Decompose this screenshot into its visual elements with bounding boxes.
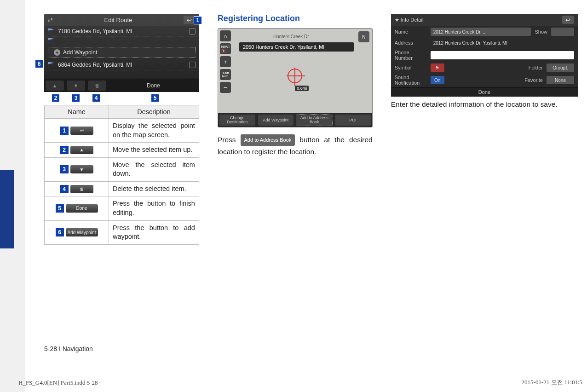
target-icon bbox=[288, 69, 302, 83]
col3-body: Enter the detailed information of the lo… bbox=[391, 98, 578, 110]
phone-label: Phone Number bbox=[395, 50, 427, 61]
callout-2: 2 bbox=[52, 94, 60, 102]
map-left-icons: ⌂ NAVI🔇 + 300ftAuto − bbox=[220, 30, 231, 93]
move-up-button[interactable]: ▲ bbox=[46, 81, 64, 91]
info-done-button[interactable]: Done bbox=[391, 87, 578, 97]
info-row-sound: Sound Notification On Favorite None bbox=[391, 73, 578, 87]
info-row-phone: Phone Number bbox=[391, 48, 578, 62]
distance-badge: 0.6mi bbox=[295, 86, 309, 91]
info-row-symbol: Symbol ⚑ Folder Group1 bbox=[391, 62, 578, 73]
add-waypoint-label: Add Waypoint bbox=[63, 49, 97, 56]
section-tab bbox=[0, 170, 14, 248]
callout-number: 1 bbox=[60, 127, 69, 135]
callout-4: 4 bbox=[92, 94, 100, 102]
zoom-out-icon[interactable]: − bbox=[220, 82, 231, 93]
ref-button: 🗑 bbox=[70, 185, 93, 193]
heading-registering-location: Registering Location bbox=[218, 14, 373, 23]
route-row-3-text: 6864 Geddes Rd, Ypsilanti, MI bbox=[58, 62, 132, 68]
favorite-label: Favorite bbox=[524, 77, 543, 83]
address-value: 2012 Hunters Creek Dr, Ypsilanti, MI bbox=[431, 39, 574, 47]
table-cell-desc: Press the button to finish editing. bbox=[109, 196, 199, 220]
name-label: Name bbox=[395, 29, 427, 35]
compass-icon[interactable]: N bbox=[358, 31, 369, 42]
zoom-in-icon[interactable]: + bbox=[220, 56, 231, 67]
table-cell-name: 1↩ bbox=[45, 119, 109, 143]
sound-toggle[interactable]: On bbox=[431, 76, 444, 84]
ref-button: ↩ bbox=[70, 127, 93, 135]
callout-1: 1 bbox=[194, 16, 202, 24]
favorite-value[interactable]: None bbox=[547, 76, 574, 84]
table-row: 4🗑Delete the selected item. bbox=[45, 181, 199, 196]
move-down-button[interactable]: ▼ bbox=[67, 81, 85, 91]
edit-route-title: Edit Route bbox=[104, 17, 132, 23]
inline-button-add-to-address-book: Add to Address Book bbox=[241, 134, 295, 146]
map-preview-icon[interactable] bbox=[189, 28, 196, 35]
callout-number: 3 bbox=[60, 165, 69, 173]
edit-route-toolbar: ▲ ▼ 🗑 Done bbox=[44, 79, 199, 92]
add-to-address-book-button[interactable]: Add to Address Book bbox=[296, 115, 332, 126]
change-destination-button[interactable]: Change Destination bbox=[219, 115, 255, 126]
back-button[interactable]: ↩ bbox=[562, 16, 574, 24]
add-waypoint-row[interactable]: + Add Waypoint bbox=[48, 47, 196, 58]
table-cell-desc: Move the selected item down. bbox=[109, 157, 199, 181]
symbol-button[interactable]: ⚑ bbox=[431, 63, 444, 72]
reference-table: Name Description 1↩Display the selected … bbox=[44, 105, 199, 245]
info-row-address: Address 2012 Hunters Creek Dr, Ypsilanti… bbox=[391, 37, 578, 48]
done-button[interactable]: Done bbox=[108, 82, 199, 89]
delete-button[interactable]: 🗑 bbox=[88, 81, 106, 91]
info-detail-titlebar: ★ Info Detail ↩ bbox=[391, 14, 578, 26]
plus-icon: + bbox=[54, 49, 60, 56]
callout-number: 6 bbox=[56, 228, 64, 236]
col2-body: Press Add to Address Book button at the … bbox=[218, 134, 373, 158]
ref-button: Add Waypoint bbox=[66, 228, 98, 236]
folder-value[interactable]: Group1 bbox=[547, 63, 574, 72]
th-desc: Description bbox=[109, 105, 199, 119]
flag-icon bbox=[48, 38, 54, 44]
road-label: Hunters Creek Dr bbox=[273, 34, 309, 39]
page-footer: 5-28 I Navigation bbox=[44, 345, 93, 352]
map-preview-icon[interactable] bbox=[189, 62, 196, 68]
navi-icon[interactable]: NAVI🔇 bbox=[220, 43, 231, 54]
callout-number: 5 bbox=[56, 204, 64, 213]
table-cell-name: 5Done bbox=[45, 196, 109, 220]
column-2: Registering Location ⌂ NAVI🔇 + 300ftAuto… bbox=[218, 14, 373, 245]
table-row: 5DonePress the button to finish editing. bbox=[45, 196, 199, 220]
show-toggle[interactable] bbox=[551, 28, 574, 36]
scale-icon[interactable]: 300ftAuto bbox=[220, 69, 231, 80]
table-cell-desc: Display the selected point on the map sc… bbox=[109, 119, 199, 143]
phone-field[interactable] bbox=[431, 51, 574, 59]
th-name: Name bbox=[45, 105, 109, 119]
home-icon[interactable]: ⌂ bbox=[220, 30, 231, 41]
ref-button: Done bbox=[66, 204, 98, 213]
sound-label: Sound Notification bbox=[395, 75, 427, 86]
route-row-1[interactable]: 7180 Geddes Rd, Ypsilanti, MI bbox=[44, 26, 199, 37]
symbol-label: Symbol bbox=[395, 65, 427, 70]
table-cell-desc: Press the button to add waypoint. bbox=[109, 220, 199, 244]
ref-button: ▼ bbox=[70, 165, 93, 173]
route-row-3[interactable]: 6864 Geddes Rd, Ypsilanti, MI bbox=[44, 60, 199, 70]
table-row: 1↩Display the selected point on the map … bbox=[45, 119, 199, 143]
map-address-bar: 2050 Hunters Creek Dr, Ypsilanti, MI bbox=[239, 42, 354, 52]
text-pre: Press bbox=[218, 136, 241, 144]
add-waypoint-button[interactable]: Add Waypoint bbox=[258, 115, 294, 126]
screenshot-info-detail: ★ Info Detail ↩ Name 2012 Hunters Creek … bbox=[391, 14, 578, 92]
table-cell-desc: Move the selected item up. bbox=[109, 143, 199, 158]
page: ⇄ Edit Route ↩ 7180 Geddes Rd, Ypsilanti… bbox=[44, 14, 578, 245]
screenshot-map: ⌂ NAVI🔇 + 300ftAuto − Hunters Creek Dr N… bbox=[218, 28, 373, 127]
name-field[interactable]: 2012 Hunters Creek Dr, .. bbox=[431, 28, 531, 36]
column-3: ★ Info Detail ↩ Name 2012 Hunters Creek … bbox=[391, 14, 578, 245]
table-row: 3▼Move the selected item down. bbox=[45, 157, 199, 181]
table-cell-name: 4🗑 bbox=[45, 181, 109, 196]
edit-route-titlebar: ⇄ Edit Route ↩ bbox=[44, 14, 199, 26]
print-mark-left: H_FS_G4.0[EN] Part5.indd 5-28 bbox=[18, 379, 98, 386]
poi-button[interactable]: POI bbox=[335, 115, 371, 126]
folder-label: Folder bbox=[529, 65, 543, 70]
info-detail-title: Info Detail bbox=[401, 17, 424, 23]
address-label: Address bbox=[395, 40, 427, 46]
table-cell-name: 6Add Waypoint bbox=[45, 220, 109, 244]
map-bottom-bar: Change Destination Add Waypoint Add to A… bbox=[218, 113, 372, 127]
table-cell-name: 3▼ bbox=[45, 157, 109, 181]
callout-6: 6 bbox=[35, 60, 43, 68]
callout-3: 3 bbox=[72, 94, 80, 102]
info-row-name: Name 2012 Hunters Creek Dr, .. Show bbox=[391, 26, 578, 37]
